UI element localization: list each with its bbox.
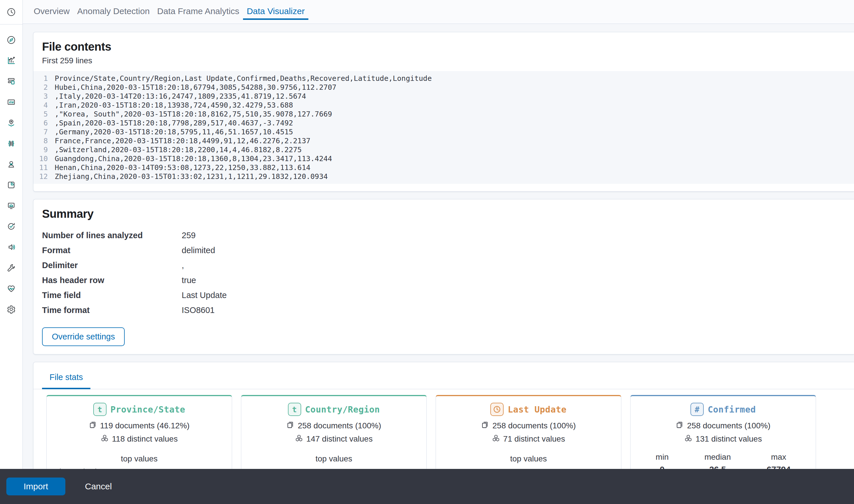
summary-row-label: Number of lines analyzed [42,231,182,240]
documents-count-row: 258 documents (100%) [443,421,614,431]
distinct-values-row: 118 distinct values [54,434,225,444]
code-line: 3,Italy,2020-03-14T20:13:16,24747,1809,2… [33,92,854,101]
field-type-number-icon: # [691,403,704,416]
file-stats-tabs: File stats [33,362,854,389]
file-contents-panel: File contents First 259 lines 1Province/… [33,32,854,192]
file-contents-title: File contents [42,40,846,53]
distinct-values-row: 147 distinct values [248,434,419,444]
stack-monitoring-icon[interactable] [0,278,22,299]
code-line: 9,Switzerland,2020-03-15T18:20:18,2200,1… [33,145,854,154]
cancel-button[interactable]: Cancel [83,481,114,492]
field-name: Province/State [110,404,186,415]
file-preview-codeblock: 1Province/State,Country/Region,Last Upda… [33,71,854,184]
field-type-text-icon: t [288,403,301,416]
documents-count-row: 258 documents (100%) [638,421,808,431]
summary-panel: Summary Number of lines analyzed259Forma… [33,199,854,355]
documents-icon [89,421,97,431]
field-type-text-icon: t [93,403,106,416]
field-card-header: t Province/State [54,401,225,417]
summary-row: Number of lines analyzed259 [42,228,846,243]
top-values-label: top values [54,454,225,464]
documents-icon [676,421,683,431]
discover-icon[interactable] [0,30,22,50]
summary-row: Delimiter, [42,258,846,273]
max-label: max [766,452,790,462]
field-name: Confirmed [708,404,756,415]
tab-overview[interactable]: Overview [30,0,73,20]
summary-row-label: Time field [42,291,182,300]
summary-row: Has header rowtrue [42,273,846,288]
canvas-icon[interactable] [0,92,22,112]
summary-row-label: Format [42,246,182,255]
code-line: 7,Germany,2020-03-15T18:20:18,5795,11,46… [33,127,854,136]
field-card-header: # Confirmed [638,401,808,417]
summary-row-value: , [182,260,184,270]
visualize-icon[interactable] [0,50,22,71]
code-line: 6,Spain,2020-03-15T18:20:18,7798,289,517… [33,119,854,127]
field-name: Last Update [508,404,567,415]
documents-icon [286,421,294,431]
summary-row-value: delimited [182,246,215,255]
field-type-date-icon [490,403,504,416]
code-line: 8France,France,2020-03-15T18:20:18,4499,… [33,136,854,145]
apm-icon[interactable] [0,237,22,257]
top-values-label: top values [248,454,419,464]
bottom-action-bar: Import Cancel [0,469,854,504]
field-card-header: Last Update [443,401,614,417]
metrics-icon[interactable] [0,195,22,216]
ml-nav-tabs: OverviewAnomaly DetectionData Frame Anal… [22,0,854,24]
summary-row: Formatdelimited [42,243,846,258]
summary-row-value: 259 [182,231,195,240]
top-values-label: top values [443,454,614,464]
maps-icon[interactable] [0,112,22,133]
dashboard-icon[interactable] [0,71,22,92]
tab-anomaly-detection[interactable]: Anomaly Detection [73,0,154,20]
summary-row-label: Has header row [42,275,182,285]
documents-icon [481,421,489,431]
import-button[interactable]: Import [6,478,65,496]
distinct-values-icon [101,434,108,444]
distinct-values-icon [295,434,303,444]
tab-data-visualizer[interactable]: Data Visualizer [243,0,308,20]
recently-viewed-icon[interactable] [0,2,22,22]
summary-title: Summary [42,208,846,220]
field-name: Country/Region [305,404,380,415]
code-line: 4,Iran,2020-03-15T18:20:18,13938,724,459… [33,101,854,110]
code-line: 2Hubei,China,2020-03-15T18:20:18,67794,3… [33,83,854,92]
machine-learning-icon[interactable] [0,133,22,154]
distinct-values-row: 71 distinct values [443,434,614,444]
min-label: min [656,452,668,462]
logs-icon[interactable] [0,175,22,195]
tab-file-stats[interactable]: File stats [42,362,90,389]
distinct-values-row: 131 distinct values [638,434,808,444]
management-icon[interactable] [0,299,22,320]
summary-row-value: true [182,275,196,285]
code-line: 1Province/State,Country/Region,Last Upda… [33,74,854,83]
file-contents-subtitle: First 259 lines [42,56,846,65]
documents-count-row: 119 documents (46.12%) [54,421,225,431]
main-content: File contents First 259 lines 1Province/… [22,24,854,504]
code-line: 5,"Korea, South",2020-03-15T18:20:18,816… [33,110,854,119]
distinct-values-icon [492,434,500,444]
summary-row-value: Last Update [182,291,227,300]
dev-tools-icon[interactable] [0,257,22,278]
summary-row-label: Time format [42,306,182,315]
summary-row-value: ISO8601 [182,306,214,315]
graph-icon[interactable] [0,154,22,175]
median-label: median [704,452,731,462]
summary-row: Time fieldLast Update [42,288,846,303]
app-sidebar [0,0,23,504]
override-settings-button[interactable]: Override settings [42,327,125,346]
tab-data-frame-analytics[interactable]: Data Frame Analytics [154,0,243,20]
documents-count-row: 258 documents (100%) [248,421,419,431]
field-card-header: t Country/Region [248,401,419,417]
code-line: 12Zhejiang,China,2020-03-15T01:33:02,123… [33,172,854,181]
summary-row-label: Delimiter [42,260,182,270]
code-line: 10Guangdong,China,2020-03-15T18:20:18,13… [33,154,854,163]
uptime-icon[interactable] [0,216,22,237]
distinct-values-icon [684,434,692,444]
summary-row: Time formatISO8601 [42,303,846,318]
code-line: 11Henan,China,2020-03-14T09:53:08,1273,2… [33,163,854,172]
